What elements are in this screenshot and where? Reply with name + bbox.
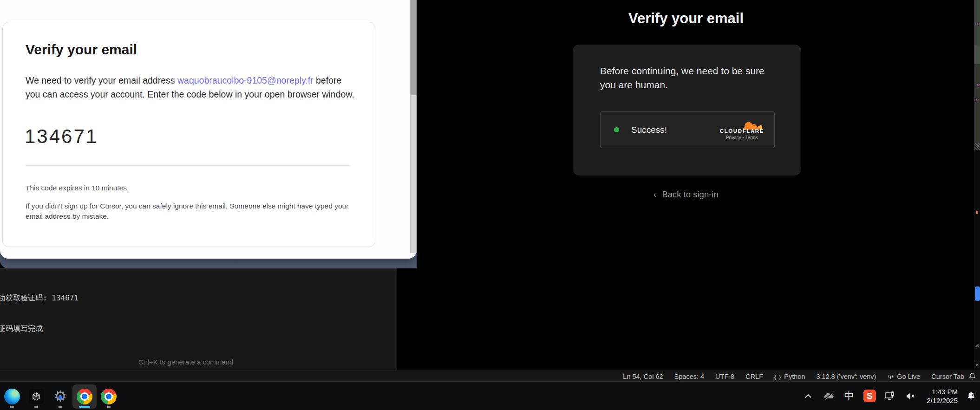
volume-button[interactable] [903, 387, 917, 405]
close-icon[interactable]: × [975, 361, 979, 368]
bell-sleep-icon: z z [966, 391, 976, 401]
turnstile-status: Success! [631, 125, 667, 135]
chrome-icon [101, 389, 117, 404]
back-to-signin-label: Back to sign-in [662, 189, 718, 199]
sogou-s-icon: S [863, 390, 876, 402]
minimap-block [974, 46, 980, 64]
email-window: Verify your email We need to verify your… [0, 0, 417, 259]
chevron-left-icon: ‹ [653, 189, 656, 199]
chrome-icon [77, 389, 92, 404]
panel-button-sliver[interactable] [975, 286, 980, 301]
cloudflare-branding: CLOUDFLARE Privacy • Terms [720, 119, 764, 140]
ignore-note: If you didn’t sign up for Cursor, you ca… [26, 201, 351, 221]
taskbar-edge-button[interactable] [0, 384, 24, 409]
human-check-card: Before continuing, we need to be sure yo… [573, 45, 801, 176]
turnstile-links: Privacy • Terms [726, 135, 758, 140]
go-live-label: Go Live [897, 373, 920, 380]
taskbar-chrome-button-active[interactable] [72, 384, 97, 409]
minimap-text-fragment: _w [974, 83, 980, 87]
email-heading: Verify your email [26, 42, 137, 58]
terminal-panel[interactable]: 功获取验证码: 134671 证码填写完成 在处理 Turnstile 验证..… [0, 268, 397, 371]
taskbar-clock[interactable]: 1:43 PM 2/12/2025 [927, 387, 958, 405]
edge-icon [4, 389, 20, 404]
go-live-button[interactable]: Go Live [887, 373, 920, 380]
clock-date: 2/12/2025 [927, 396, 958, 405]
email-body: We need to verify your email address waq… [26, 73, 356, 101]
editor-minimap-sliver[interactable]: co _w er ⏎ × [974, 0, 980, 371]
chevron-up-icon [804, 394, 812, 398]
cursor-tab-indicator[interactable]: Cursor Tab [931, 373, 964, 380]
svg-text:z: z [973, 391, 975, 394]
broadcast-icon [887, 373, 894, 380]
eol-indicator[interactable]: CRLF [745, 373, 763, 380]
running-indicator [10, 406, 14, 408]
ctrl-k-hint: Ctrl+K to generate a command [0, 358, 372, 366]
taskbar-apps: ⚙ [0, 382, 121, 410]
desktop: Verify your email We need to verify your… [0, 0, 980, 410]
minimap-block [974, 64, 980, 143]
taskbar: ⚙ [0, 382, 980, 410]
page-title: Verify your email [417, 10, 955, 27]
clock-time: 1:43 PM [927, 387, 958, 396]
onedrive-offline-icon [823, 392, 834, 400]
cloudflare-wordmark: CLOUDFLARE [720, 128, 764, 134]
taskbar-cube-app-button[interactable] [24, 384, 48, 409]
terminal-line: 功获取验证码: 134671 [0, 293, 98, 303]
code-expiry-note: This code expires in 10 minutes. [26, 184, 129, 192]
cube-app-icon [29, 389, 44, 404]
ime-indicator-button[interactable]: 中 [842, 387, 856, 405]
privacy-link[interactable]: Privacy [726, 135, 741, 140]
running-indicator [107, 406, 111, 408]
minimap-hatch-region [974, 143, 980, 150]
encoding-indicator[interactable]: UTF-8 [715, 373, 734, 380]
cast-display-button[interactable] [883, 387, 897, 405]
verification-code: 134671 [25, 125, 98, 148]
running-indicator [34, 406, 39, 408]
email-body-before: We need to verify your email address [26, 75, 177, 85]
link-separator: • [743, 135, 745, 140]
scrollbar[interactable] [410, 0, 417, 253]
divider [26, 165, 351, 166]
return-key-icon: ⏎ [975, 344, 979, 349]
running-indicator [59, 406, 63, 408]
minimap-text-fragment: er [974, 98, 980, 102]
status-bar-right: Ln 54, Col 62 Spaces: 4 UTF-8 CRLF { }Py… [623, 371, 964, 382]
system-tray: 中 S 1:43 PM 2/12/2 [801, 382, 980, 410]
python-icon: { } [774, 373, 781, 380]
python-interpreter-indicator[interactable]: 3.12.8 ('venv': venv) [817, 373, 876, 380]
taskbar-chrome-button-2[interactable] [97, 384, 121, 409]
active-running-indicator [79, 406, 90, 408]
email-address-link[interactable]: waquobraucoibo-9105@noreply.fr [177, 75, 314, 85]
taskbar-settings-button[interactable]: ⚙ [48, 384, 72, 409]
indentation-indicator[interactable]: Spaces: 4 [674, 373, 705, 380]
terms-link[interactable]: Terms [745, 135, 758, 140]
notification-center-button[interactable]: z z [964, 387, 978, 405]
cursor-position-indicator[interactable]: Ln 54, Col 62 [623, 373, 663, 380]
status-bar: Ln 54, Col 62 Spaces: 4 UTF-8 CRLF { }Py… [0, 371, 980, 382]
sogou-button[interactable]: S [862, 387, 876, 405]
terminal-line: 证码填写完成 [0, 324, 98, 334]
verify-email-page: Verify your email Before continuing, we … [417, 0, 974, 371]
scrollbar-thumb[interactable] [411, 0, 417, 95]
language-label: Python [784, 373, 805, 380]
cloudflare-turnstile-widget: Success! CLOUDFLARE Privacy • Terms [600, 111, 775, 148]
human-check-prompt: Before continuing, we need to be sure yo… [600, 64, 775, 92]
onedrive-status-button[interactable] [822, 387, 836, 405]
email-card: Verify your email We need to verify your… [2, 22, 375, 247]
language-mode-indicator[interactable]: { }Python [774, 373, 805, 380]
success-dot-icon [614, 127, 619, 132]
notifications-bell-icon[interactable] [968, 372, 976, 380]
back-to-signin-link[interactable]: ‹Back to sign-in [417, 189, 955, 200]
minimap-marker [976, 211, 978, 214]
cast-display-icon [884, 391, 895, 401]
gear-center-dot [59, 395, 63, 399]
tray-overflow-button[interactable] [801, 387, 815, 405]
minimap-text-fragment: co [974, 21, 980, 26]
volume-muted-icon [905, 392, 915, 400]
ime-icon: 中 [844, 390, 854, 403]
